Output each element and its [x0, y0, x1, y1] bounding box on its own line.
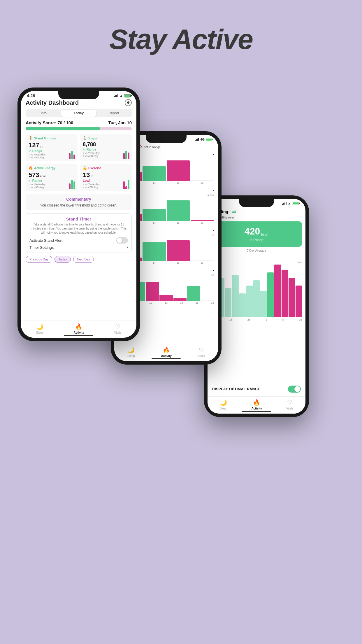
- vitals-icon-p1: ♡: [115, 323, 120, 330]
- step-chevron: ›: [212, 188, 214, 193]
- exercise-icon: 💪: [83, 166, 87, 170]
- sleep-icon-p3: 🌙: [220, 399, 227, 406]
- sleep-label-p1: Sleep: [36, 331, 44, 334]
- tab-activity-p2[interactable]: 🔥 Activity: [161, 346, 172, 358]
- vitals-label-p1: Vitals: [114, 331, 121, 334]
- stand-mini-chart: [69, 149, 75, 159]
- battery-icon-p2: [206, 138, 212, 141]
- trending-header: Trending: ⇄: [211, 206, 302, 216]
- metric-name-exercise: Exercise: [88, 166, 101, 170]
- metric-header-steps: 🚶 Steps: [83, 136, 129, 140]
- metric-energy: 🔥 Active Energy 573 kcal In Range ↑ vs Y…: [26, 164, 78, 191]
- metrics-grid: 🧍 Stand Minutes 127 m In Range ↑ vs Yest…: [26, 134, 132, 191]
- timer-settings-row[interactable]: Timer Settings ›: [29, 245, 128, 250]
- bar-stand-4: [191, 180, 214, 181]
- tab-sleep-p1[interactable]: 🌙 Sleep: [36, 323, 44, 334]
- tab-report[interactable]: Report: [96, 110, 131, 117]
- exercise-value: 13: [83, 171, 90, 179]
- energy-compare: ↑ vs Yesterday ↑ vs 40D Avg: [29, 183, 75, 189]
- optimal-range-toggle[interactable]: [288, 386, 301, 393]
- energy-icon: 🔥: [29, 166, 33, 170]
- stand-alert-row: Activate Stand Alert: [29, 237, 128, 244]
- tall-bar-6: [246, 286, 253, 317]
- metric-exercise: 💪 Exercise 13 m Low! ↑ vs Yesterday ↑ vs…: [80, 164, 132, 191]
- commentary-text: You crossed the lower threshold and got …: [29, 203, 128, 207]
- prev-day-button[interactable]: Previous Day: [26, 256, 52, 263]
- stand-alert-toggle[interactable]: [116, 237, 128, 244]
- bar-ex-6: [187, 286, 200, 301]
- energy-value-row: 573 kcal: [29, 171, 75, 179]
- big-value-number: 420: [245, 226, 260, 237]
- tab-vitals-p3[interactable]: ♡ Vitals: [286, 399, 293, 410]
- home-indicator-p1: [64, 335, 93, 336]
- tab-vitals-p2[interactable]: ♡ Vitals: [198, 346, 205, 358]
- exercise-chevron-p2: ›: [212, 268, 214, 273]
- settings-icon[interactable]: ⚙: [125, 99, 132, 106]
- energy-status: In Range: [29, 179, 75, 182]
- bar-ex-7: [201, 300, 214, 301]
- metric-header-energy: 🔥 Active Energy: [29, 166, 75, 170]
- timer-settings-chevron: ›: [127, 245, 128, 250]
- tall-bar-9: [267, 272, 274, 317]
- activity-icon-p3: 🔥: [253, 399, 260, 406]
- tab-sleep-p3[interactable]: 🌙 Sleep: [220, 399, 227, 410]
- p3-screen-inner: 4:26 ▲: [208, 199, 305, 414]
- phone-notch: [58, 91, 99, 99]
- phone-3-notch: [239, 199, 274, 207]
- wifi-icon: ▲: [120, 94, 123, 98]
- stand-timer-title: Stand Timer: [29, 216, 128, 221]
- optimal-range-section: DISPLAY OPTIMAL RANGE: [208, 382, 305, 396]
- trending-arrow: ⇄: [232, 209, 236, 214]
- activity-icon-p1: 🔥: [75, 323, 82, 330]
- stand-timer-description: Take a stand! Dedicate this time to your…: [29, 223, 128, 235]
- exercise-compare: ↑ vs Yesterday ↑ vs 40D Avg: [83, 183, 129, 189]
- stand-icon: 🧍: [29, 136, 33, 140]
- energy-mini-chart: [69, 178, 75, 189]
- chart-x-labels: 11 18 25 1 8 15: [211, 318, 302, 321]
- big-value-row: 420 kcal: [216, 226, 297, 237]
- app-header: Activity Dashboard ⚙: [26, 99, 132, 106]
- metric-name-steps: Steps: [88, 136, 97, 140]
- nav-buttons-row: Previous Day Today Next Day: [26, 256, 132, 263]
- big-value-card: 420 kcal In Range: [211, 221, 302, 247]
- metric-name-stand: Stand Minutes: [34, 136, 56, 140]
- vitals-label-p2: Vitals: [198, 354, 205, 358]
- bar-energy-4: [191, 260, 214, 261]
- exercise-mini-chart: [123, 178, 129, 189]
- vitals-icon-p3: ♡: [287, 399, 292, 406]
- signal-icon-p3: [282, 202, 287, 205]
- phone-2-notch: [146, 135, 187, 143]
- phones-container: 4:26 ▲ Activity Dashbo: [0, 73, 362, 627]
- tab-today[interactable]: Today: [61, 110, 96, 117]
- score-row: Activity Score: 70 / 100 Tue, Jan 10: [26, 120, 132, 125]
- bar-stand-3: [167, 160, 190, 181]
- bar-energy-3: [167, 240, 190, 261]
- sleep-label-p3: Sleep: [220, 407, 227, 410]
- tab-vitals-p1[interactable]: ♡ Vitals: [114, 323, 121, 334]
- trending-description: oks healthy over: [211, 216, 302, 219]
- tab-activity-p3[interactable]: 🔥 Activity: [252, 399, 262, 410]
- page-title: Stay Active: [0, 0, 362, 55]
- tab-sleep-p2[interactable]: 🌙 Sleep: [127, 346, 135, 358]
- activity-date: Tue, Jan 10: [108, 120, 132, 125]
- status-icons-p3: ▲: [282, 202, 298, 205]
- phone-1-frame: 4:26 ▲ Activity Dashbo: [17, 88, 140, 341]
- status-time: 4:26: [27, 93, 35, 98]
- activity-label-p3: Activity: [252, 407, 262, 410]
- tall-bar-5: [239, 293, 246, 317]
- home-indicator-p2: [152, 358, 181, 359]
- bar-step-2: [143, 209, 166, 221]
- commentary-title: Commentary: [29, 197, 128, 202]
- home-indicator-p3: [242, 411, 271, 412]
- tall-bar-4: [232, 275, 238, 317]
- screen-content: Activity Dashboard ⚙ Info Today Report A…: [21, 99, 136, 331]
- next-day-button[interactable]: Next Day: [73, 256, 94, 263]
- today-button[interactable]: Today: [55, 256, 71, 263]
- metric-name-energy: Active Energy: [34, 166, 55, 170]
- tab-activity-p1[interactable]: 🔥 Activity: [74, 323, 84, 334]
- exercise-value-row: 13 m: [83, 171, 129, 179]
- tab-info[interactable]: Info: [26, 110, 61, 117]
- progress-bar-container: [26, 127, 132, 130]
- energy-unit: kcal: [40, 174, 46, 178]
- not-in-range-label: Not In Range: [143, 146, 161, 149]
